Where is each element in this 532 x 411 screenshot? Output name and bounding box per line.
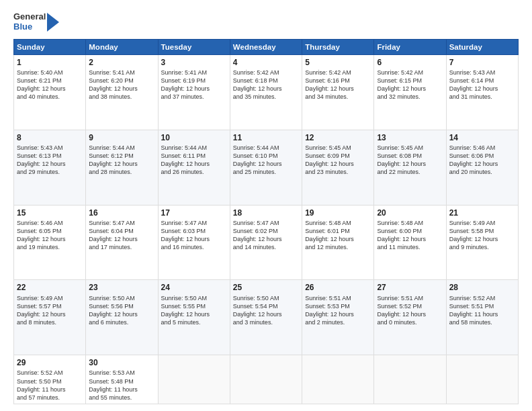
cell-text: and 3 minutes. <box>233 318 299 326</box>
cell-text: Sunset: 6:15 PM <box>377 77 443 85</box>
cell-text: Sunset: 6:16 PM <box>305 77 371 85</box>
cell-text: Sunrise: 5:47 AM <box>89 219 154 227</box>
calendar-cell: 17Sunrise: 5:47 AMSunset: 6:03 PMDayligh… <box>158 205 230 280</box>
cell-text: and 22 minutes. <box>377 168 443 176</box>
cell-text: Sunset: 5:57 PM <box>17 302 83 310</box>
day-number: 5 <box>305 57 371 68</box>
cell-text: Sunrise: 5:42 AM <box>377 68 443 77</box>
cell-text: Daylight: 12 hours <box>449 235 515 243</box>
day-number: 3 <box>161 57 227 68</box>
cell-text: Sunset: 6:04 PM <box>89 227 154 235</box>
day-header-tuesday: Tuesday <box>158 39 230 54</box>
cell-text: and 28 minutes. <box>89 168 154 176</box>
cell-text: and 6 minutes. <box>89 318 154 326</box>
cell-text: and 0 minutes. <box>377 318 443 326</box>
day-number: 13 <box>377 132 443 143</box>
calendar-cell: 22Sunrise: 5:49 AMSunset: 5:57 PMDayligh… <box>14 280 86 355</box>
cell-text: Daylight: 12 hours <box>305 235 371 243</box>
cell-text: Daylight: 12 hours <box>161 85 227 93</box>
cell-text: Daylight: 12 hours <box>161 235 227 243</box>
calendar-cell: 28Sunrise: 5:52 AMSunset: 5:51 PMDayligh… <box>446 280 518 355</box>
cell-text: Daylight: 12 hours <box>17 85 83 93</box>
cell-text: Sunset: 6:08 PM <box>377 152 443 160</box>
cell-text: and 37 minutes. <box>161 93 227 101</box>
cell-text: Daylight: 12 hours <box>161 160 227 168</box>
day-number: 20 <box>377 208 443 218</box>
day-number: 24 <box>161 282 227 293</box>
cell-text: Sunrise: 5:46 AM <box>449 144 515 152</box>
cell-text: Sunrise: 5:52 AM <box>449 294 515 302</box>
cell-text: and 38 minutes. <box>89 93 154 101</box>
day-number: 11 <box>233 132 299 143</box>
cell-text: Sunset: 5:58 PM <box>449 227 515 235</box>
day-number: 18 <box>233 208 299 218</box>
day-number: 17 <box>161 208 227 218</box>
calendar-cell: 3Sunrise: 5:41 AMSunset: 6:19 PMDaylight… <box>158 54 230 130</box>
day-number: 26 <box>305 282 371 293</box>
cell-text: and 5 minutes. <box>161 318 227 326</box>
cell-text: Daylight: 12 hours <box>233 85 299 93</box>
cell-text: and 55 minutes. <box>89 394 154 402</box>
calendar-cell: 8Sunrise: 5:43 AMSunset: 6:13 PMDaylight… <box>14 130 86 205</box>
cell-text: and 31 minutes. <box>449 93 515 101</box>
cell-text: Daylight: 12 hours <box>161 310 227 318</box>
cell-text: Sunset: 6:03 PM <box>161 227 227 235</box>
cell-text: Daylight: 12 hours <box>377 310 443 318</box>
calendar-cell: 7Sunrise: 5:43 AMSunset: 6:14 PMDaylight… <box>446 54 518 130</box>
cell-text: Sunrise: 5:45 AM <box>377 144 443 152</box>
cell-text: and 29 minutes. <box>17 168 83 176</box>
cell-text: and 8 minutes. <box>17 318 83 326</box>
cell-text: Daylight: 12 hours <box>89 235 154 243</box>
day-number: 1 <box>17 57 83 68</box>
calendar-cell: 4Sunrise: 5:42 AMSunset: 6:18 PMDaylight… <box>230 54 302 130</box>
calendar-cell <box>302 355 374 404</box>
header: General Blue <box>13 12 519 32</box>
calendar-cell: 29Sunrise: 5:52 AMSunset: 5:50 PMDayligh… <box>14 355 86 404</box>
day-number: 21 <box>449 208 515 218</box>
cell-text: Sunset: 6:05 PM <box>17 227 83 235</box>
calendar-week-5: 29Sunrise: 5:52 AMSunset: 5:50 PMDayligh… <box>14 355 519 404</box>
cell-text: Daylight: 12 hours <box>377 85 443 93</box>
calendar-cell: 26Sunrise: 5:51 AMSunset: 5:53 PMDayligh… <box>302 280 374 355</box>
calendar-cell: 15Sunrise: 5:46 AMSunset: 6:05 PMDayligh… <box>14 205 86 280</box>
cell-text: Sunrise: 5:47 AM <box>161 219 227 227</box>
cell-text: and 14 minutes. <box>233 243 299 251</box>
cell-text: Daylight: 12 hours <box>233 310 299 318</box>
cell-text: Sunset: 6:12 PM <box>89 152 154 160</box>
cell-text: Sunrise: 5:51 AM <box>305 294 371 302</box>
cell-text: Sunset: 6:21 PM <box>17 77 83 85</box>
day-number: 12 <box>305 132 371 143</box>
cell-text: Daylight: 12 hours <box>89 160 154 168</box>
cell-text: Sunset: 5:53 PM <box>305 302 371 310</box>
calendar-cell: 12Sunrise: 5:45 AMSunset: 6:09 PMDayligh… <box>302 130 374 205</box>
cell-text: Daylight: 12 hours <box>305 160 371 168</box>
logo-text-general: General <box>13 12 46 22</box>
cell-text: Sunset: 6:13 PM <box>17 152 83 160</box>
calendar-cell: 1Sunrise: 5:40 AMSunset: 6:21 PMDaylight… <box>14 54 86 130</box>
cell-text: Sunset: 6:20 PM <box>89 77 154 85</box>
page: General Blue SundayMondayTuesdayWednesda… <box>0 0 532 411</box>
cell-text: Daylight: 12 hours <box>233 235 299 243</box>
cell-text: and 9 minutes. <box>449 243 515 251</box>
cell-text: and 34 minutes. <box>305 93 371 101</box>
cell-text: Daylight: 12 hours <box>449 160 515 168</box>
calendar-cell: 11Sunrise: 5:44 AMSunset: 6:10 PMDayligh… <box>230 130 302 205</box>
day-number: 23 <box>89 282 154 293</box>
day-number: 30 <box>89 357 154 368</box>
cell-text: and 57 minutes. <box>17 394 83 402</box>
cell-text: Sunrise: 5:50 AM <box>233 294 299 302</box>
cell-text: Sunset: 6:10 PM <box>233 152 299 160</box>
day-header-thursday: Thursday <box>302 39 374 54</box>
cell-text: Sunrise: 5:45 AM <box>305 144 371 152</box>
cell-text: Sunset: 6:11 PM <box>161 152 227 160</box>
cell-text: and 11 minutes. <box>377 243 443 251</box>
logo-text-blue: Blue <box>13 22 46 32</box>
calendar-cell: 23Sunrise: 5:50 AMSunset: 5:56 PMDayligh… <box>86 280 158 355</box>
cell-text: Sunset: 5:48 PM <box>89 377 154 385</box>
day-number: 25 <box>233 282 299 293</box>
cell-text: Daylight: 12 hours <box>89 310 154 318</box>
cell-text: Daylight: 12 hours <box>377 160 443 168</box>
cell-text: Sunrise: 5:41 AM <box>89 68 154 77</box>
cell-text: Sunrise: 5:50 AM <box>161 294 227 302</box>
cell-text: Sunset: 5:52 PM <box>377 302 443 310</box>
